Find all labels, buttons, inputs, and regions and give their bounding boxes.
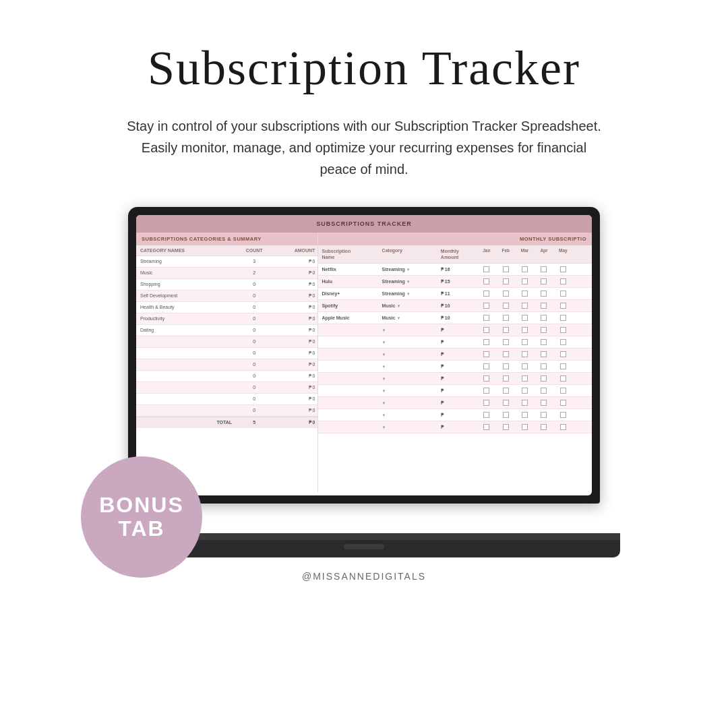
table-row: 0₱ 0 bbox=[136, 336, 317, 348]
table-row: Music2₱ 0 bbox=[136, 268, 317, 279]
col-header-count: COUNT bbox=[236, 245, 272, 255]
table-row: Streaming3₱ 0 bbox=[136, 256, 317, 268]
table-row: Dating0₱ 0 bbox=[136, 325, 317, 336]
sheet-content: SUBSCRIPTIONS CATEGORIES & SUMMARY CATEG… bbox=[136, 233, 592, 493]
rcol-header-may: May bbox=[553, 245, 572, 263]
rcol-header-amount: MonthlyAmount bbox=[439, 245, 477, 263]
right-table-row: ▼₱ bbox=[318, 385, 592, 397]
spreadsheet: SUBSCRIPTIONS TRACKER SUBSCRIPTIONS CATE… bbox=[136, 215, 592, 495]
table-row: Shopping0₱ 0 bbox=[136, 279, 317, 291]
left-panel: SUBSCRIPTIONS CATEGORIES & SUMMARY CATEG… bbox=[136, 233, 318, 493]
total-row: TOTAL 5 ₱ 0 bbox=[136, 417, 317, 428]
table-row: 0₱ 0 bbox=[136, 359, 317, 371]
rcol-header-name: SubscriptionName bbox=[318, 245, 378, 263]
sheet-header: SUBSCRIPTIONS TRACKER bbox=[136, 215, 592, 233]
right-table-row: ▼₱ bbox=[318, 361, 592, 373]
right-table-row: Apple Music Music▼ ₱ 10 bbox=[318, 312, 592, 324]
right-panel: MONTHLY SUBSCRIPTIO SubscriptionName Cat… bbox=[318, 233, 592, 493]
right-table-row: ▼₱ bbox=[318, 421, 592, 433]
rcol-header-feb: Feb bbox=[496, 245, 515, 263]
right-table-row: Netflix Streaming▼ ₱ 16 bbox=[318, 264, 592, 276]
table-row: Health & Beauty0₱ 0 bbox=[136, 302, 317, 313]
bonus-text-line1: BONUS bbox=[99, 493, 184, 517]
rcol-header-apr: Apr bbox=[535, 245, 553, 263]
col-header-category: CATEGORY NAMES bbox=[136, 245, 236, 255]
rcol-header-cat: Category bbox=[379, 245, 439, 263]
left-table-header: CATEGORY NAMES COUNT AMOUNT bbox=[136, 245, 317, 256]
laptop-screen-frame: SUBSCRIPTIONS TRACKER SUBSCRIPTIONS CATE… bbox=[128, 207, 600, 504]
laptop-touchpad bbox=[344, 544, 384, 549]
table-row: 0₱ 0 bbox=[136, 382, 317, 394]
right-table-row: ▼₱ bbox=[318, 397, 592, 409]
laptop-screen: SUBSCRIPTIONS TRACKER SUBSCRIPTIONS CATE… bbox=[136, 215, 592, 495]
page-subtitle: Stay in control of your subscriptions wi… bbox=[121, 115, 607, 180]
left-panel-header: SUBSCRIPTIONS CATEGORIES & SUMMARY bbox=[136, 233, 317, 245]
page-title: Subscription Tracker bbox=[148, 40, 580, 96]
right-table-row: ▼₱ bbox=[318, 336, 592, 348]
attribution: @MISSANNEDIGITALS bbox=[302, 571, 426, 582]
table-row: 0₱ 0 bbox=[136, 348, 317, 359]
table-row: 0₱ 0 bbox=[136, 405, 317, 417]
rcol-header-jan: Jan bbox=[477, 245, 496, 263]
right-table-row: ▼₱ bbox=[318, 409, 592, 421]
right-panel-header: MONTHLY SUBSCRIPTIO bbox=[318, 233, 592, 245]
table-row: 0₱ 0 bbox=[136, 394, 317, 405]
table-row: Self Development0₱ 0 bbox=[136, 291, 317, 302]
bonus-text-line2: TAB bbox=[118, 517, 164, 541]
right-table-header: SubscriptionName Category MonthlyAmount … bbox=[318, 245, 592, 264]
bonus-badge: BONUS TAB bbox=[81, 456, 202, 578]
right-table-row: ▼₱ bbox=[318, 348, 592, 361]
laptop-mockup: SUBSCRIPTIONS TRACKER SUBSCRIPTIONS CATE… bbox=[108, 207, 620, 557]
right-table-row: ▼₱ bbox=[318, 324, 592, 336]
col-header-amount: AMOUNT bbox=[272, 245, 317, 255]
table-row: 0₱ 0 bbox=[136, 371, 317, 382]
rcol-header-mar: Mar bbox=[515, 245, 534, 263]
right-table-row: Spotify Music▼ ₱ 10 bbox=[318, 300, 592, 312]
table-row: Productivity0₱ 0 bbox=[136, 313, 317, 325]
right-table-row: Disney+ Streaming▼ ₱ 11 bbox=[318, 288, 592, 300]
right-table-row: Hulu Streaming▼ ₱ 15 bbox=[318, 276, 592, 288]
right-table-row: ▼₱ bbox=[318, 373, 592, 385]
